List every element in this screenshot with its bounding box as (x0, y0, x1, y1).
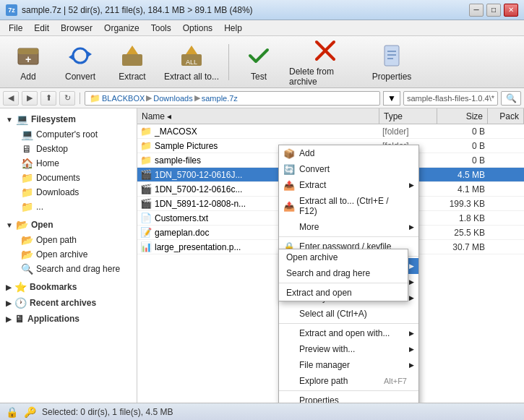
nav-sub-open-archive[interactable]: Open archive (279, 249, 408, 265)
minimize-button[interactable]: ─ (469, 4, 484, 17)
sidebar-item-open-path[interactable]: 📂 Open path (14, 233, 137, 247)
ctx-extract-open[interactable]: Extract and open with... (279, 325, 418, 341)
lock-icon: 🔒 (6, 406, 18, 418)
add-label: Add (20, 72, 35, 82)
toolbar-btn-extract[interactable]: Extract (107, 39, 158, 85)
sidebar-item-downloads[interactable]: 📁 Downloads (14, 185, 137, 200)
file-size-cell: 25.5 KB (437, 228, 488, 238)
file-list-header: Name ◂ Type Size Pack (137, 108, 524, 124)
menu-item-options[interactable]: Options (177, 22, 218, 35)
nav-sub-search-drag[interactable]: Search and drag here (279, 265, 408, 281)
file-size-cell: 4.1 MB (437, 184, 488, 194)
main-area: ▼ 💻 Filesystem 💻 Computer's root 🖥 Deskt… (0, 108, 524, 403)
ctx-properties[interactable]: Properties (279, 393, 418, 403)
col-header-pack[interactable]: Pack (488, 108, 524, 124)
ctx-preview[interactable]: Preview with... (279, 341, 418, 357)
maximize-button[interactable]: □ (486, 4, 501, 17)
col-header-size[interactable]: Size (437, 108, 488, 124)
menu-item-browser[interactable]: Browser (55, 22, 98, 35)
address-dropdown[interactable]: ▼ (383, 91, 400, 106)
sidebar-item-home[interactable]: 🏠 Home (14, 156, 137, 171)
sidebar-item-recent[interactable]: ▶ 🕐 Recent archives (0, 295, 137, 311)
toolbar-sep (228, 44, 229, 80)
nav-sub-extract-open[interactable]: Extract and open (279, 285, 408, 301)
title-bar: 7z sample.7z | 52 dir(s), 211 file(s), 1… (0, 0, 524, 20)
toolbar-btn-extract-all[interactable]: ALLExtract all to... (159, 39, 224, 85)
ctx-selectall[interactable]: Select all (Ctrl+A) (279, 306, 418, 322)
toolbar-btn-convert[interactable]: Convert (55, 39, 106, 85)
col-header-type[interactable]: Type (379, 108, 437, 124)
sidebar-item-bookmarks[interactable]: ▶ ⭐ Bookmarks (0, 279, 137, 295)
menu-item-file[interactable]: File (3, 22, 28, 35)
sidebar-section-filesystem: ▼ 💻 Filesystem 💻 Computer's root 🖥 Deskt… (0, 111, 137, 214)
properties-icon (379, 43, 405, 69)
forward-button[interactable]: ▶ (22, 91, 38, 106)
ctx-add[interactable]: 📦Add (279, 145, 418, 161)
refresh-button[interactable]: ↻ (59, 91, 75, 106)
toolbar-btn-test[interactable]: Test (233, 39, 284, 85)
search-icon[interactable]: 🔍 (501, 91, 521, 106)
convert-label: Convert (65, 72, 95, 82)
menu-item-help[interactable]: Help (218, 22, 248, 35)
table-row[interactable]: 📁_MACOSX[folder]0 B (137, 124, 524, 139)
file-size-cell: 0 B (437, 141, 488, 151)
svg-rect-12 (385, 46, 399, 66)
ctx-extract-all[interactable]: 📤Extract all to... (Ctrl+E / F12) (279, 193, 418, 219)
file-icon: 📄 (140, 213, 152, 223)
ctx-separator (279, 236, 418, 237)
ctx-filemanager[interactable]: File manager (279, 357, 418, 373)
ctx-add-icon: 📦 (283, 148, 295, 159)
menu-item-tools[interactable]: Tools (145, 22, 177, 35)
menu-item-organize[interactable]: Organize (98, 22, 145, 35)
toolbar: +AddConvertExtractALLExtract all to...Te… (0, 36, 524, 88)
breadcrumb-blackbox[interactable]: BLACKBOX (102, 94, 145, 103)
toolbar-btn-delete[interactable]: Delete from archive (285, 39, 365, 85)
sidebar-group-open[interactable]: ▼ 📂 Open (0, 217, 137, 233)
toolbar-btn-properties[interactable]: Properties (366, 39, 417, 85)
toolbar-btn-add[interactable]: +Add (3, 39, 53, 85)
delete-icon (312, 38, 338, 64)
svg-rect-5 (122, 54, 142, 66)
up-button[interactable]: ⬆ (40, 91, 56, 106)
ctx-extract-all-icon: 📤 (283, 201, 295, 212)
menu-item-edit[interactable]: Edit (28, 22, 55, 35)
sidebar-open-children: 📂 Open path 📂 Open archive 🔍 Search and … (0, 233, 137, 276)
extract-icon (119, 43, 145, 69)
convert-icon (67, 43, 93, 69)
sidebar-item-documents[interactable]: 📁 Documents (14, 171, 137, 185)
ctx-explore[interactable]: Explore pathAlt+F7 (279, 373, 418, 389)
ctx-more[interactable]: More (279, 219, 418, 235)
sidebar-item-more[interactable]: 📁 ... (14, 200, 137, 214)
home-icon: 🏠 (20, 158, 33, 169)
file-icon: 📁 (140, 155, 152, 166)
sidebar-item-desktop[interactable]: 🖥 Desktop (14, 142, 137, 156)
nav-sub-sep (279, 283, 408, 283)
open-path-icon: 📂 (20, 234, 33, 246)
col-header-name[interactable]: Name ◂ (137, 108, 379, 124)
sidebar-item-applications[interactable]: ▶ 🖥 Applications (0, 311, 137, 327)
close-button[interactable]: ✕ (504, 4, 518, 17)
sidebar-group-filesystem[interactable]: ▼ 💻 Filesystem (0, 111, 137, 127)
sidebar-item-open-archive[interactable]: 📂 Open archive (14, 247, 137, 262)
sidebar-item-search-drag[interactable]: 🔍 Search and drag here (14, 262, 137, 276)
breadcrumb-downloads[interactable]: Downloads (153, 94, 192, 103)
breadcrumb-archive[interactable]: sample.7z (202, 94, 238, 103)
breadcrumb: 📁 BLACKBOX ▶ Downloads ▶ sample.7z (85, 91, 380, 106)
sidebar-item-computer-root[interactable]: 💻 Computer's root (14, 127, 137, 142)
file-icon: 📁 (140, 140, 152, 151)
file-size-cell: 0 B (437, 127, 488, 137)
ctx-separator (279, 390, 418, 391)
svg-marker-6 (126, 46, 138, 54)
ctx-separator (279, 323, 418, 324)
ctx-convert[interactable]: 🔄Convert (279, 161, 418, 177)
svg-text:ALL: ALL (186, 59, 197, 66)
add-icon: + (15, 43, 41, 69)
file-icon: 📊 (140, 241, 152, 252)
properties-label: Properties (372, 72, 412, 82)
file-icon: 🎬 (140, 184, 152, 194)
sidebar: ▼ 💻 Filesystem 💻 Computer's root 🖥 Deskt… (0, 108, 137, 403)
back-button[interactable]: ◀ (3, 91, 19, 106)
file-type-cell: [folder] (379, 127, 437, 137)
desktop-icon: 🖥 (20, 143, 33, 155)
ctx-extract[interactable]: 📤Extract (279, 177, 418, 193)
